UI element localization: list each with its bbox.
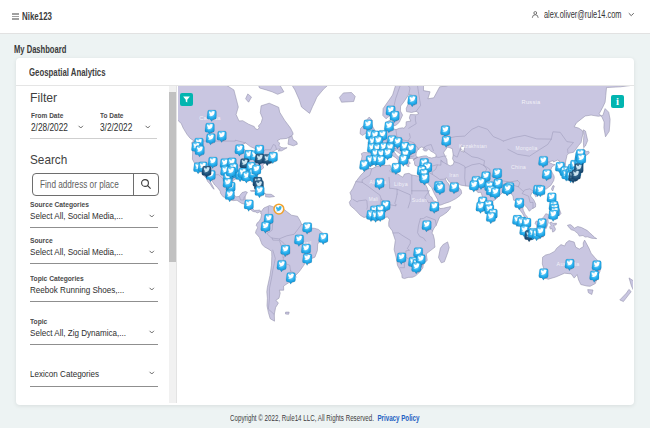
svg-text:Iran: Iran [449, 172, 458, 178]
svg-text:Mali: Mali [369, 197, 379, 202]
svg-text:Kazakhstan: Kazakhstan [459, 143, 487, 149]
svg-text:Libya: Libya [394, 181, 408, 187]
svg-text:Sudan: Sudan [412, 197, 427, 203]
svg-text:China: China [511, 164, 526, 170]
svg-text:Mongolia: Mongolia [516, 145, 538, 151]
svg-text:Russia: Russia [522, 99, 541, 105]
